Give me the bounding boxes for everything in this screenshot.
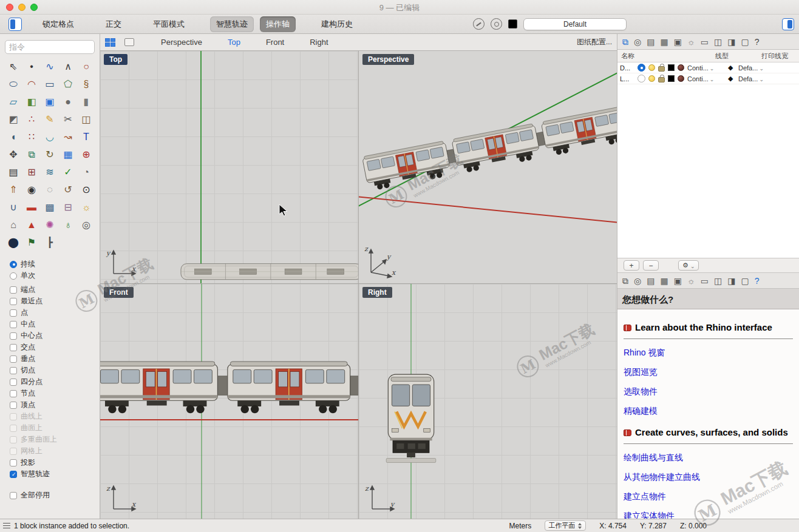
help-link[interactable]: 建立点物件: [624, 491, 793, 502]
layer-settings-button[interactable]: ⚙: [678, 260, 699, 271]
left-panel-toggle-icon[interactable]: [8, 18, 22, 31]
analyze-icon[interactable]: ◔: [77, 163, 95, 181]
viewport-tab[interactable]: Perspective: [161, 38, 202, 47]
polyline-icon[interactable]: ∧: [59, 58, 77, 75]
osnap-checkbox[interactable]: 曲面上: [10, 422, 100, 434]
viewport-right[interactable]: Right z y: [359, 284, 617, 519]
pyramid-icon[interactable]: ▲: [22, 216, 41, 234]
arc-icon[interactable]: ◠: [22, 75, 41, 93]
dark-sphere-icon[interactable]: ⬤: [4, 234, 22, 251]
osnap-checkbox[interactable]: 四分点: [10, 376, 100, 388]
layer-material-icon[interactable]: [678, 64, 684, 71]
layer-row[interactable]: L... Conti... Defa...: [617, 73, 799, 84]
osnap-checkbox[interactable]: 中心点: [10, 330, 100, 342]
surface-icon[interactable]: ▱: [4, 93, 22, 110]
offset-icon[interactable]: ≋: [41, 163, 59, 181]
curve-boolean-icon[interactable]: ∪: [4, 198, 22, 216]
osnap-checkbox[interactable]: 最近点: [10, 295, 100, 307]
train-model-top-view[interactable]: [180, 261, 358, 281]
train-model-front-view[interactable]: [100, 358, 358, 414]
four-view-layout-icon[interactable]: [105, 38, 116, 47]
osnap-checkbox[interactable]: 切点: [10, 365, 100, 376]
move-icon[interactable]: ✥: [4, 146, 22, 163]
layout-config-button[interactable]: 图纸配置...: [577, 37, 612, 47]
layer-color-swatch[interactable]: [668, 64, 675, 71]
sphere-icon[interactable]: ●: [59, 93, 77, 110]
globe-icon[interactable]: ♁: [59, 216, 77, 234]
monitor-icon[interactable]: ▢: [741, 277, 749, 285]
layout-icon[interactable]: ⊟: [59, 198, 77, 216]
units-label[interactable]: Meters: [509, 522, 532, 530]
notes-icon[interactable]: ▤: [647, 38, 654, 46]
solid-box-icon[interactable]: ▦: [59, 146, 77, 163]
viewport-tab[interactable]: Right: [310, 38, 328, 47]
layer-lock-icon[interactable]: [658, 66, 665, 72]
wire-sphere-icon[interactable]: ◎: [77, 216, 95, 234]
column-header-name[interactable]: 名称: [621, 52, 715, 61]
osnap-mode-single[interactable]: 单次: [10, 270, 100, 281]
help-link[interactable]: 从其他物件建立曲线: [624, 471, 793, 483]
sheet-icon[interactable]: ▭: [701, 277, 709, 285]
print-color-diamond-icon[interactable]: [728, 64, 735, 72]
ellipsoid-icon[interactable]: ◖: [4, 128, 22, 146]
helix-icon[interactable]: §: [77, 75, 95, 93]
osnap-checkbox[interactable]: 顶点: [10, 399, 100, 411]
lights-icon[interactable]: ☼: [687, 38, 695, 46]
blocks-icon[interactable]: ▦: [660, 277, 668, 285]
box-icon[interactable]: ◫: [714, 38, 722, 46]
layer-printwidth-dropdown[interactable]: Defa...: [738, 75, 797, 82]
array-icon[interactable]: ⊞: [22, 163, 41, 181]
sheet-icon[interactable]: ▭: [701, 38, 709, 46]
layer-linetype-dropdown[interactable]: Conti...: [687, 75, 725, 82]
camera-icon[interactable]: ▣: [674, 277, 682, 285]
layer-name[interactable]: D...: [620, 64, 634, 72]
help-link[interactable]: 建立实体物件: [624, 510, 793, 519]
tree-icon[interactable]: ┣: [41, 234, 59, 251]
layer-printwidth-dropdown[interactable]: Defa...: [738, 64, 797, 72]
layer-dropdown[interactable]: Default: [523, 18, 627, 30]
blocks-icon[interactable]: ▦: [660, 38, 668, 46]
osnap-checkbox[interactable]: 投影: [10, 457, 100, 468]
lock-icon[interactable]: ⌂: [4, 216, 22, 234]
flag-icon[interactable]: ⚑: [22, 234, 41, 251]
loft-icon[interactable]: ◧: [22, 93, 41, 110]
toolbar-button[interactable]: 平面模式: [147, 16, 191, 32]
train-model-right-view[interactable]: [381, 372, 441, 471]
disable-all-checkbox[interactable]: 全部停用: [10, 490, 100, 501]
toolbar-button[interactable]: 正交: [100, 16, 127, 32]
viewport-perspective[interactable]: Perspective z y x: [359, 51, 617, 283]
viewport-top[interactable]: Top y x: [100, 51, 358, 283]
viewport-front[interactable]: Front z x: [100, 284, 358, 519]
rotate-icon[interactable]: ↻: [41, 146, 59, 163]
viewport-label[interactable]: Front: [104, 287, 134, 298]
blend-icon[interactable]: ◡: [41, 128, 59, 146]
help-link[interactable]: Learn about the Rhino interface: [624, 322, 793, 339]
car-icon[interactable]: ▬: [22, 198, 41, 216]
current-layer-radio[interactable]: [638, 64, 645, 72]
materials-icon[interactable]: ◎: [634, 277, 641, 285]
history-icon[interactable]: [473, 18, 484, 30]
polygon-icon[interactable]: ⬠: [59, 75, 77, 93]
osnap-checkbox[interactable]: 点: [10, 307, 100, 318]
monitor-icon[interactable]: ▢: [741, 38, 749, 46]
dots-icon[interactable]: ∷: [22, 128, 41, 146]
help-icon[interactable]: ?: [755, 277, 760, 285]
zoom-select-icon[interactable]: ◉: [22, 181, 41, 198]
lights-icon[interactable]: ☼: [687, 277, 695, 285]
select-arrow-icon[interactable]: ⇖: [4, 58, 22, 75]
layer-name[interactable]: L...: [620, 75, 634, 82]
gumball-icon[interactable]: ⊕: [77, 146, 95, 163]
add-layer-button[interactable]: +: [624, 260, 639, 271]
toolbar-button[interactable]: 智慧轨迹: [210, 16, 254, 32]
extrude-icon[interactable]: ⇑: [4, 181, 22, 198]
lasso-icon[interactable]: ↺: [59, 181, 77, 198]
display-icon[interactable]: ◨: [727, 277, 735, 285]
osnap-checkbox[interactable]: 智慧轨迹: [10, 468, 100, 480]
remove-layer-button[interactable]: −: [643, 260, 659, 271]
layers-icon[interactable]: ⧉: [622, 277, 628, 285]
magnify-icon[interactable]: ⊙: [77, 181, 95, 198]
colorwheel-icon[interactable]: ✺: [41, 216, 59, 234]
help-link[interactable]: 精确建模: [624, 405, 793, 417]
viewport-tab[interactable]: Top: [228, 38, 240, 47]
box-icon[interactable]: ◫: [714, 277, 722, 285]
